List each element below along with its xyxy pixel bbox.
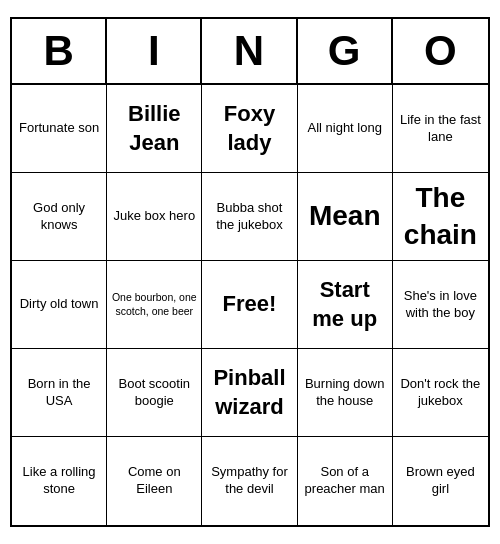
cell-text: Bubba shot the jukebox xyxy=(206,200,292,234)
cell-text: Start me up xyxy=(302,276,388,333)
cell-text: Son of a preacher man xyxy=(302,464,388,498)
cell-r1-c0[interactable]: God only knows xyxy=(12,173,107,261)
cell-r2-c3[interactable]: Start me up xyxy=(298,261,393,349)
cell-text: Like a rolling stone xyxy=(16,464,102,498)
cell-text: Foxy lady xyxy=(206,100,292,157)
cell-r0-c4[interactable]: Life in the fast lane xyxy=(393,85,488,173)
cell-r2-c4[interactable]: She's in love with the boy xyxy=(393,261,488,349)
cell-text: Fortunate son xyxy=(19,120,99,137)
cell-r0-c2[interactable]: Foxy lady xyxy=(202,85,297,173)
cell-text: Juke box hero xyxy=(113,208,195,225)
cell-r1-c1[interactable]: Juke box hero xyxy=(107,173,202,261)
cell-text: God only knows xyxy=(16,200,102,234)
cell-r3-c1[interactable]: Boot scootin boogie xyxy=(107,349,202,437)
cell-text: Sympathy for the devil xyxy=(206,464,292,498)
cell-r2-c0[interactable]: Dirty old town xyxy=(12,261,107,349)
cell-text: Born in the USA xyxy=(16,376,102,410)
cell-text: Boot scootin boogie xyxy=(111,376,197,410)
cell-r4-c0[interactable]: Like a rolling stone xyxy=(12,437,107,525)
cell-r4-c3[interactable]: Son of a preacher man xyxy=(298,437,393,525)
header-letter: G xyxy=(298,19,393,83)
cell-text: Come on Eileen xyxy=(111,464,197,498)
bingo-card: BINGO Fortunate sonBillie JeanFoxy ladyA… xyxy=(10,17,490,527)
cell-text: Don't rock the jukebox xyxy=(397,376,484,410)
cell-r2-c1[interactable]: One bourbon, one scotch, one beer xyxy=(107,261,202,349)
cell-text: Life in the fast lane xyxy=(397,112,484,146)
bingo-grid: Fortunate sonBillie JeanFoxy ladyAll nig… xyxy=(12,85,488,525)
header-letter: B xyxy=(12,19,107,83)
cell-text: The chain xyxy=(397,180,484,253)
cell-text: Mean xyxy=(309,198,381,234)
cell-r4-c4[interactable]: Brown eyed girl xyxy=(393,437,488,525)
header-letter: O xyxy=(393,19,488,83)
cell-text: Free! xyxy=(223,290,277,319)
cell-r1-c2[interactable]: Bubba shot the jukebox xyxy=(202,173,297,261)
cell-text: One bourbon, one scotch, one beer xyxy=(111,291,197,317)
cell-r3-c2[interactable]: Pinball wizard xyxy=(202,349,297,437)
header-letter: I xyxy=(107,19,202,83)
cell-r2-c2[interactable]: Free! xyxy=(202,261,297,349)
cell-r3-c0[interactable]: Born in the USA xyxy=(12,349,107,437)
cell-text: Dirty old town xyxy=(20,296,99,313)
cell-r0-c0[interactable]: Fortunate son xyxy=(12,85,107,173)
cell-r0-c1[interactable]: Billie Jean xyxy=(107,85,202,173)
cell-text: She's in love with the boy xyxy=(397,288,484,322)
cell-text: Brown eyed girl xyxy=(397,464,484,498)
header-letter: N xyxy=(202,19,297,83)
cell-r3-c4[interactable]: Don't rock the jukebox xyxy=(393,349,488,437)
cell-text: All night long xyxy=(307,120,381,137)
cell-r1-c4[interactable]: The chain xyxy=(393,173,488,261)
cell-text: Billie Jean xyxy=(111,100,197,157)
cell-r4-c2[interactable]: Sympathy for the devil xyxy=(202,437,297,525)
cell-r4-c1[interactable]: Come on Eileen xyxy=(107,437,202,525)
cell-text: Burning down the house xyxy=(302,376,388,410)
bingo-header: BINGO xyxy=(12,19,488,85)
cell-text: Pinball wizard xyxy=(206,364,292,421)
cell-r3-c3[interactable]: Burning down the house xyxy=(298,349,393,437)
cell-r0-c3[interactable]: All night long xyxy=(298,85,393,173)
cell-r1-c3[interactable]: Mean xyxy=(298,173,393,261)
